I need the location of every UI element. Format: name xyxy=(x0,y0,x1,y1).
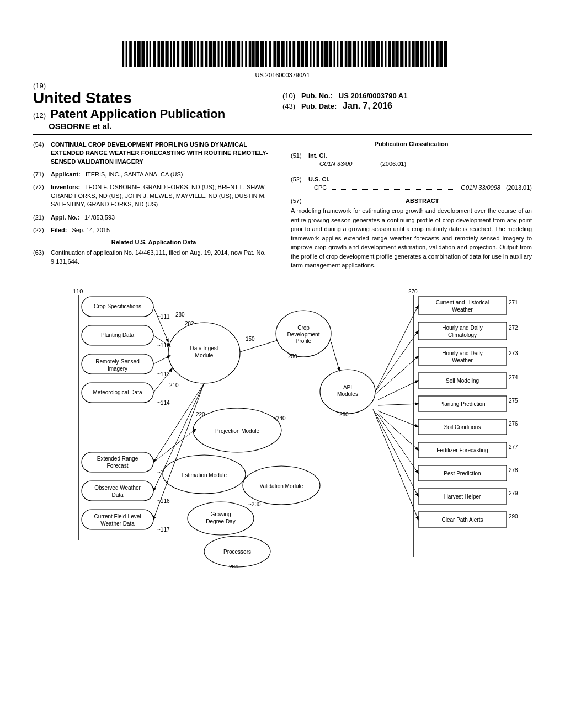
label-fertilizer: Fertilizer Forecasting xyxy=(436,447,488,453)
svg-rect-21 xyxy=(197,41,199,67)
arrow-api-to-clear xyxy=(373,409,418,520)
svg-rect-76 xyxy=(415,41,419,67)
svg-rect-22 xyxy=(201,41,204,67)
svg-rect-46 xyxy=(297,41,300,67)
field52-num: (52) xyxy=(291,175,308,192)
label-growing-1: Growing xyxy=(210,511,231,517)
field-54: (54) CONTINUAL CROP DEVELOPMENT PROFILIN… xyxy=(33,141,274,166)
svg-rect-64 xyxy=(368,41,371,67)
field52-content: U.S. Cl. CPC G01N 33/0098 (2013.01) xyxy=(308,175,532,192)
pub-no-num: (10) xyxy=(282,92,295,100)
label-pest: Pest Prediction xyxy=(444,470,481,477)
diagram-section: 110 Crop Specifications ~111 Planting Da… xyxy=(33,281,532,590)
label-observed-2: Data xyxy=(111,492,124,498)
svg-rect-82 xyxy=(439,41,443,67)
cpc-dots xyxy=(332,184,455,190)
cpc-row: CPC G01N 33/0098 (2013.01) xyxy=(314,184,532,192)
label-meteo: Meteorological Data xyxy=(93,389,142,395)
pub-date-line: (43) Pub. Date: Jan. 7, 2016 xyxy=(282,101,532,111)
ref-260: 260 xyxy=(339,411,349,417)
svg-rect-39 xyxy=(269,41,271,67)
svg-rect-69 xyxy=(388,41,391,67)
arrow-crop-to-api xyxy=(331,342,339,371)
field-21: (21) Appl. No.: 14/853,593 xyxy=(33,213,274,222)
arrow-api-to-hourly-clim xyxy=(375,331,418,392)
header-right: (10) Pub. No.: US 2016/0003790 A1 (43) P… xyxy=(282,82,532,111)
svg-rect-74 xyxy=(408,41,410,67)
svg-rect-55 xyxy=(334,41,335,67)
svg-rect-45 xyxy=(292,41,295,67)
field72-num: (72) xyxy=(33,183,51,208)
ref-271: 271 xyxy=(509,299,518,306)
label-api-2: Modules xyxy=(337,391,358,397)
label-observed-1: Observed Weather xyxy=(94,485,141,491)
ref-274: 274 xyxy=(509,374,518,381)
label-planting-pred: Planting Prediction xyxy=(439,401,485,407)
pub-classification-title: Publication Classification xyxy=(291,141,532,147)
label-data-ingest-1: Data Ingest xyxy=(190,345,218,351)
country-name: United States xyxy=(33,90,282,107)
header-divider xyxy=(33,134,532,135)
field21-label: Appl. No.: xyxy=(51,214,79,221)
svg-rect-4 xyxy=(129,41,132,67)
pub-number: US 20160003790A1 xyxy=(33,72,532,78)
svg-rect-25 xyxy=(213,41,216,67)
ref-278: 278 xyxy=(509,467,518,473)
field54-label: CONTINUAL CROP DEVELOPMENT PROFILING USI… xyxy=(51,141,268,165)
label-curr-hist-2: Weather xyxy=(452,307,473,313)
svg-rect-83 xyxy=(444,41,447,67)
label-hourly-weather-2: Weather xyxy=(452,357,473,363)
label-current-field-1: Current Field-Level xyxy=(94,513,141,520)
label-soil-cond: Soil Conditions xyxy=(444,424,481,430)
abstract-label: ABSTRACT xyxy=(313,197,532,204)
svg-rect-73 xyxy=(405,41,407,67)
field21-num: (21) xyxy=(33,213,51,222)
svg-rect-41 xyxy=(277,41,280,67)
svg-rect-51 xyxy=(317,41,319,67)
svg-rect-44 xyxy=(289,41,291,67)
header-section: (19) United States (12) Patent Applicati… xyxy=(33,82,532,131)
svg-rect-15 xyxy=(173,41,175,67)
field54-content: CONTINUAL CROP DEVELOPMENT PROFILING USI… xyxy=(51,141,274,166)
svg-rect-66 xyxy=(376,41,380,67)
label-hourly-clim-2: Climatology xyxy=(448,332,477,338)
ref-210: 210 xyxy=(169,382,179,388)
svg-rect-77 xyxy=(420,41,423,67)
svg-rect-63 xyxy=(365,41,367,67)
related-apps-label: Related U.S. Application Data xyxy=(33,239,274,245)
svg-rect-40 xyxy=(273,41,276,67)
ref-116: ~116 xyxy=(157,498,170,504)
label-soil-modeling: Soil Modeling xyxy=(446,378,479,384)
abstract-text: A modeling framework for estimating crop… xyxy=(291,206,532,270)
int-cl-class: G01N 33/00 xyxy=(319,160,369,168)
svg-rect-26 xyxy=(218,41,220,67)
ref-230: ~230 xyxy=(248,501,261,507)
type-num: (12) xyxy=(33,111,46,120)
svg-rect-10 xyxy=(153,41,156,67)
diagram-svg: 110 Crop Specifications ~111 Planting Da… xyxy=(33,281,530,568)
field52-label: U.S. Cl. xyxy=(308,175,532,184)
svg-rect-80 xyxy=(431,41,434,67)
cpc-date: (2013.01) xyxy=(506,184,532,192)
int-cl-table: G01N 33/00 (2006.01) xyxy=(319,160,532,168)
cpc-label: CPC xyxy=(314,184,327,192)
label-110: 110 xyxy=(73,288,83,295)
svg-rect-29 xyxy=(228,41,231,67)
svg-rect-78 xyxy=(425,41,427,67)
field-63: (63) Continuation of application No. 14/… xyxy=(33,249,274,266)
svg-rect-53 xyxy=(324,41,328,67)
field71-label: Applicant: xyxy=(51,171,81,178)
label-projection: Projection Module xyxy=(215,428,259,434)
field-51: (51) Int. Cl. G01N 33/00 (2006.01) xyxy=(291,152,532,171)
svg-rect-14 xyxy=(170,41,172,67)
svg-rect-34 xyxy=(249,41,252,67)
field21-value: 14/853,593 xyxy=(84,214,115,221)
svg-rect-38 xyxy=(265,41,267,67)
arrow-api-to-curr-hist xyxy=(375,306,418,392)
ref-114: ~114 xyxy=(157,400,170,406)
field63-num: (63) xyxy=(33,249,51,266)
label-remotely-1: Remotely-Sensed xyxy=(95,358,139,365)
field71-num: (71) xyxy=(33,170,51,179)
ref-113: ~113 xyxy=(157,371,170,377)
svg-rect-67 xyxy=(381,41,383,67)
